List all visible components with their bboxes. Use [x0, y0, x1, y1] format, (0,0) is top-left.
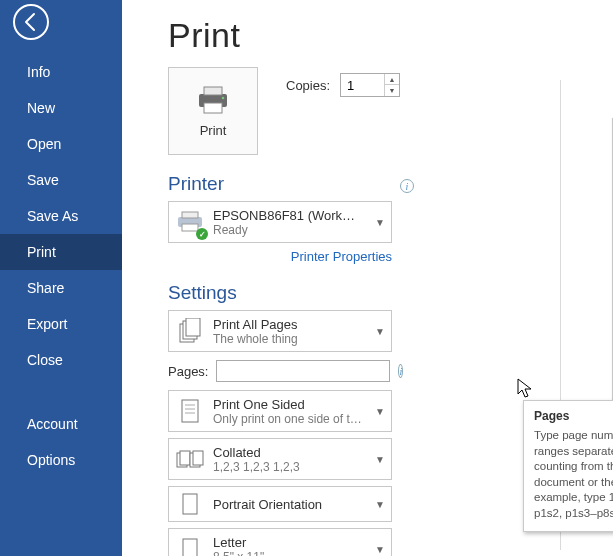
svg-rect-16 — [180, 451, 190, 465]
svg-rect-6 — [182, 212, 198, 218]
sidebar-item-options[interactable]: Options — [0, 442, 122, 478]
orientation-selector[interactable]: Portrait Orientation ▼ — [168, 486, 392, 522]
svg-rect-18 — [193, 451, 203, 465]
pages-tooltip: Pages Type page numbers and/or page rang… — [523, 400, 613, 532]
paper-icon — [175, 534, 205, 556]
svg-point-0 — [14, 5, 48, 39]
collation-selector[interactable]: Collated 1,2,3 1,2,3 1,2,3 ▼ — [168, 438, 392, 480]
print-button[interactable]: Print — [168, 67, 258, 155]
printer-status: Ready — [213, 223, 363, 237]
svg-rect-19 — [183, 494, 197, 514]
pages-stack-icon — [175, 316, 205, 346]
svg-rect-7 — [182, 224, 198, 231]
copies-spinner[interactable]: ▲ ▼ — [340, 73, 400, 97]
chevron-down-icon: ▼ — [375, 217, 385, 228]
back-button[interactable] — [9, 0, 53, 44]
settings-heading: Settings — [168, 282, 613, 304]
svg-rect-10 — [186, 318, 200, 336]
sidebar-item-new[interactable]: New — [0, 90, 122, 126]
chevron-down-icon: ▼ — [375, 499, 385, 510]
pages-info-icon[interactable]: i — [398, 364, 403, 378]
printer-icon — [195, 85, 231, 115]
printer-status-icon — [175, 207, 205, 237]
sidebar-item-print[interactable]: Print — [0, 234, 122, 270]
printer-selector[interactable]: EPSONB86F81 (WorkForce 8... Ready ▼ — [168, 201, 392, 243]
copies-row: Copies: ▲ ▼ — [286, 73, 400, 97]
copies-input[interactable] — [341, 74, 379, 96]
printer-properties-link[interactable]: Printer Properties — [168, 249, 392, 264]
sidebar-item-info[interactable]: Info — [0, 54, 122, 90]
svg-point-4 — [222, 96, 225, 99]
back-arrow-icon — [12, 3, 50, 41]
sidebar-item-save[interactable]: Save — [0, 162, 122, 198]
chevron-down-icon: ▼ — [375, 454, 385, 465]
tooltip-title: Pages — [534, 409, 613, 423]
sidebar-item-account[interactable]: Account — [0, 406, 122, 442]
printer-name: EPSONB86F81 (WorkForce 8... — [213, 208, 363, 223]
sidebar-item-close[interactable]: Close — [0, 342, 122, 378]
svg-rect-3 — [204, 103, 222, 113]
print-range-selector[interactable]: Print All Pages The whole thing ▼ — [168, 310, 392, 352]
portrait-icon — [175, 489, 205, 519]
collate-icon — [175, 444, 205, 474]
tooltip-body: Type page numbers and/or page ranges sep… — [534, 428, 613, 521]
printer-info-icon[interactable]: i — [400, 179, 414, 193]
sidebar-item-export[interactable]: Export — [0, 306, 122, 342]
chevron-down-icon: ▼ — [375, 326, 385, 337]
sides-selector[interactable]: Print One Sided Only print on one side o… — [168, 390, 392, 432]
sidebar-item-open[interactable]: Open — [0, 126, 122, 162]
copies-down[interactable]: ▼ — [385, 85, 399, 96]
print-backstage: Info New Open Save Save As Print Share E… — [0, 0, 613, 556]
backstage-sidebar: Info New Open Save Save As Print Share E… — [0, 0, 122, 556]
chevron-down-icon: ▼ — [375, 544, 385, 555]
svg-rect-20 — [183, 539, 197, 556]
print-button-label: Print — [200, 123, 227, 138]
pages-label: Pages: — [168, 364, 208, 379]
chevron-down-icon: ▼ — [375, 406, 385, 417]
page-title: Print — [168, 16, 613, 55]
svg-rect-11 — [182, 400, 198, 422]
svg-rect-2 — [204, 87, 222, 95]
paper-size-selector[interactable]: Letter 8.5" x 11" ▼ — [168, 528, 392, 556]
sidebar-item-saveas[interactable]: Save As — [0, 198, 122, 234]
pages-input[interactable] — [216, 360, 390, 382]
sidebar-item-share[interactable]: Share — [0, 270, 122, 306]
copies-up[interactable]: ▲ — [385, 74, 399, 85]
print-panel: Print Print Copies: ▲ — [122, 0, 613, 556]
copies-label: Copies: — [286, 78, 330, 93]
printer-heading: Printer — [168, 173, 613, 195]
page-single-icon — [175, 396, 205, 426]
